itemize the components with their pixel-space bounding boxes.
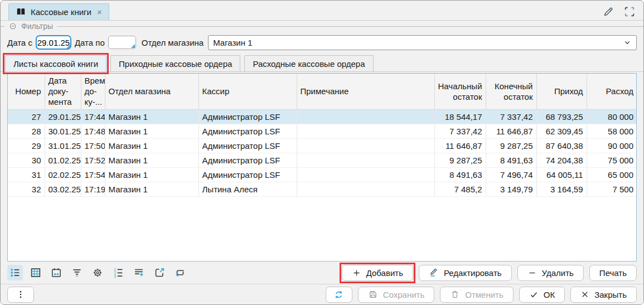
- table-row[interactable]: 2931.01.2517:50Магазин 1Администратор LS…: [8, 138, 637, 153]
- table-cell: 11 646,87: [486, 124, 536, 138]
- repeat-icon[interactable]: [172, 265, 188, 280]
- footer-button-сохранить[interactable]: Сохранить: [358, 287, 435, 303]
- table-cell: 7 485,2: [434, 182, 486, 196]
- table-cell: 9 287,25: [434, 153, 486, 167]
- column-header-8[interactable]: Приход: [536, 74, 587, 109]
- table-cell: 7 337,42: [434, 124, 486, 138]
- date-to-wrap: [108, 36, 136, 49]
- toolbar-button-редактировать[interactable]: Редактировать: [419, 265, 512, 281]
- table-cell: 8 491,63: [434, 167, 486, 182]
- trash-icon: [450, 289, 460, 299]
- date-to-input[interactable]: [108, 36, 136, 49]
- footer-button-закрыть[interactable]: Закрыть: [570, 287, 637, 303]
- list-view-icon[interactable]: [7, 265, 23, 280]
- table-row[interactable]: 2729.01.2517:44Магазин 1Администратор LS…: [8, 109, 637, 124]
- column-header-2[interactable]: Врем до- ку-...: [81, 74, 105, 109]
- subtab-1[interactable]: Приходные кассовые ордера: [110, 55, 240, 71]
- edit-pencil-icon[interactable]: [602, 6, 614, 18]
- doc-tab-close-icon[interactable]: ×: [97, 7, 102, 17]
- subtab-0[interactable]: Листы кассовой книги: [5, 55, 106, 71]
- department-select[interactable]: Магазин 1: [208, 35, 637, 50]
- table-cell: 3 164,59: [536, 182, 587, 196]
- table-cell: 58 000: [587, 124, 637, 138]
- table-row[interactable]: 2830.01.2517:48Магазин 1Администратор LS…: [8, 124, 637, 138]
- close-icon: [580, 290, 589, 299]
- button-label: Редактировать: [444, 268, 502, 278]
- table-cell: 32: [8, 182, 45, 196]
- column-header-9[interactable]: Расход: [587, 74, 637, 109]
- table-cell: 31.01.25: [45, 138, 81, 153]
- table-toolbar: 123 ДобавитьРедактироватьУдалитьПечать: [1, 262, 643, 284]
- column-header-3[interactable]: Отдел магазина: [105, 74, 198, 109]
- table-cell: 30.01.25: [45, 124, 81, 138]
- table-cell: Администратор LSF: [198, 124, 297, 138]
- table-cell: [297, 124, 434, 138]
- column-header-7[interactable]: Конечный остаток: [486, 74, 536, 109]
- date-from-label: Дата с: [7, 38, 32, 47]
- column-header-6[interactable]: Начальный остаток: [434, 74, 486, 109]
- footer-button-ок[interactable]: ОК: [519, 287, 565, 303]
- table-row[interactable]: 3001.02.2517:52Магазин 1Администратор LS…: [8, 153, 637, 167]
- toolbar-button-печать[interactable]: Печать: [589, 265, 637, 281]
- table-cell: 8 491,63: [486, 153, 536, 167]
- column-header-4[interactable]: Кассир: [198, 74, 297, 109]
- table-cell: 68 793,25: [536, 109, 587, 124]
- check-icon: [529, 290, 539, 299]
- column-header-5[interactable]: Примечание: [297, 74, 434, 109]
- table-cell: 80 000: [587, 109, 637, 124]
- button-label: ОК: [544, 290, 555, 299]
- svg-text:3: 3: [114, 274, 116, 278]
- table-cell: 31: [8, 167, 45, 182]
- table-cell: [297, 138, 434, 153]
- table-cell: Магазин 1: [105, 138, 198, 153]
- numbered-list-icon[interactable]: 123: [110, 265, 126, 280]
- button-label: Отменить: [465, 290, 503, 299]
- document-tabbar: Кассовые книги ×: [1, 1, 643, 21]
- table-cell: Администратор LSF: [198, 153, 297, 167]
- table-cell: 75 000: [587, 153, 637, 167]
- legend-line-left: [1, 26, 4, 27]
- filter-row: Дата с Дата по Отдел магазина Магазин 1: [1, 32, 643, 53]
- table-cell: 17:19: [81, 182, 105, 196]
- subtab-2[interactable]: Расходные кассовые ордера: [244, 55, 373, 71]
- settings-gear-icon[interactable]: [90, 265, 105, 280]
- date-from-wrap: [36, 35, 71, 50]
- footer-bar: СохранитьОтменитьОКЗакрыть: [1, 284, 643, 304]
- column-header-1[interactable]: Дата доку- мента: [45, 74, 81, 109]
- expand-icon[interactable]: [623, 6, 636, 18]
- table-row[interactable]: 3102.02.2517:54Магазин 1Администратор LS…: [8, 167, 637, 182]
- toolbar-button-добавить[interactable]: Добавить: [342, 265, 413, 281]
- plus-icon: [352, 268, 361, 278]
- table-cell: 02.02.25: [45, 167, 81, 182]
- save-icon: [368, 289, 378, 299]
- button-label: Закрыть: [594, 290, 627, 299]
- button-label: Печать: [599, 268, 627, 278]
- footer-button-refresh-icon[interactable]: [326, 287, 352, 303]
- table-cell: 3 149,79: [486, 182, 536, 196]
- external-link-icon[interactable]: [152, 265, 167, 280]
- table-cell: Магазин 1: [105, 167, 198, 182]
- table-cell: 64 005,11: [536, 167, 587, 182]
- table-cell: 29: [8, 138, 45, 153]
- table-cell: 7 337,42: [486, 109, 536, 124]
- table-cell: 11 646,87: [434, 138, 486, 153]
- table-row[interactable]: 3203.02.2517:19Магазин 1Лытина Алеся7 48…: [8, 182, 637, 196]
- more-menu-button[interactable]: [7, 287, 34, 303]
- doc-tab-cashbooks[interactable]: Кассовые книги ×: [8, 3, 109, 20]
- book-icon: [16, 7, 26, 17]
- date-from-input[interactable]: [36, 35, 71, 50]
- grid-icon[interactable]: [28, 265, 43, 280]
- table-cell: 28: [8, 124, 45, 138]
- table-cell: 17:44: [81, 109, 105, 124]
- table-cell: 7 496,74: [486, 167, 536, 182]
- column-header-0[interactable]: Номер: [8, 74, 45, 109]
- footer-button-отменить[interactable]: Отменить: [440, 287, 514, 303]
- table-cell: Магазин 1: [105, 124, 198, 138]
- table-cell: 74 204,38: [536, 153, 587, 167]
- table-cell: 7 500: [587, 182, 637, 196]
- playlist-add-icon[interactable]: [131, 265, 147, 280]
- toolbar-button-удалить[interactable]: Удалить: [517, 265, 584, 281]
- calendar-plus-icon[interactable]: [49, 265, 64, 280]
- filter-icon[interactable]: [69, 265, 85, 280]
- collapse-minus-circle-icon[interactable]: [8, 22, 17, 31]
